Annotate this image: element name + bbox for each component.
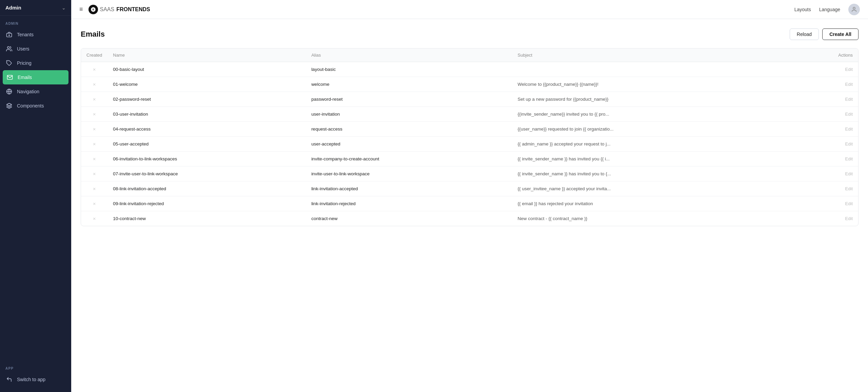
cell-alias: request-access xyxy=(306,122,512,137)
cell-action: Edit xyxy=(792,77,858,92)
emails-table: Created Name Alias Subject Actions × 00-… xyxy=(81,48,858,226)
sidebar-item-emails[interactable]: Emails xyxy=(3,70,68,84)
sidebar-header[interactable]: Admin ⌄ xyxy=(0,0,71,16)
table-row: × 06-invitation-to-link-workspaces invit… xyxy=(81,152,858,166)
cell-created: × xyxy=(81,122,107,137)
cell-subject: Welcome to {{product_name}} {{name}}! xyxy=(512,77,792,92)
cell-action: Edit xyxy=(792,62,858,77)
logo: SAASFRONTENDS xyxy=(88,5,150,14)
cell-name: 00-basic-layout xyxy=(107,62,306,77)
cell-created: × xyxy=(81,77,107,92)
reload-button[interactable]: Reload xyxy=(790,28,819,40)
edit-link[interactable]: Edit xyxy=(845,201,853,206)
cell-subject: {{ admin_name }} accepted your request t… xyxy=(512,137,792,152)
cell-name: 10-contract-new xyxy=(107,211,306,226)
cell-subject xyxy=(512,62,792,77)
page-actions: Reload Create All xyxy=(790,28,859,40)
hamburger-icon[interactable]: ≡ xyxy=(79,6,83,13)
table-row: × 08-link-invitation-accepted link-invit… xyxy=(81,181,858,196)
logo-frontends: FRONTENDS xyxy=(116,6,150,13)
page-header: Emails Reload Create All xyxy=(81,28,859,40)
cell-name: 08-link-invitation-accepted xyxy=(107,181,306,196)
edit-link[interactable]: Edit xyxy=(845,171,853,176)
cell-action: Edit xyxy=(792,107,858,122)
svg-point-8 xyxy=(853,7,855,9)
sidebar-item-switch-to-app[interactable]: Switch to app xyxy=(0,372,71,387)
sidebar-item-users[interactable]: Users xyxy=(0,42,71,56)
create-all-button[interactable]: Create All xyxy=(822,28,859,40)
cell-created: × xyxy=(81,152,107,166)
table-row: × 00-basic-layout layout-basic Edit xyxy=(81,62,858,77)
admin-section-label: ADMIN xyxy=(0,16,71,27)
sidebar-item-users-label: Users xyxy=(17,46,29,52)
logo-icon xyxy=(88,5,98,14)
sidebar-title: Admin xyxy=(5,5,21,11)
svg-point-3 xyxy=(7,46,9,48)
cell-alias: invite-company-to-create-account xyxy=(306,152,512,166)
cell-alias: invite-user-to-link-workspace xyxy=(306,166,512,181)
sidebar-item-switch-to-app-label: Switch to app xyxy=(17,377,45,382)
edit-link[interactable]: Edit xyxy=(845,216,853,221)
cell-name: 01-welcome xyxy=(107,77,306,92)
cell-alias: layout-basic xyxy=(306,62,512,77)
avatar[interactable] xyxy=(848,4,860,15)
navigation-icon xyxy=(5,88,13,95)
cell-subject: New contract - {{ contract_name }} xyxy=(512,211,792,226)
language-link[interactable]: Language xyxy=(819,7,840,12)
cell-subject: Set up a new password for {{product_name… xyxy=(512,92,792,107)
table-row: × 07-invite-user-to-link-workspace invit… xyxy=(81,166,858,181)
cell-subject: {{invite_sender_name}} invited you to {{… xyxy=(512,107,792,122)
cell-subject: {{ user_invitee_name }} accepted your in… xyxy=(512,181,792,196)
cell-created: × xyxy=(81,107,107,122)
layouts-link[interactable]: Layouts xyxy=(794,7,811,12)
col-subject: Subject xyxy=(512,48,792,62)
cell-alias: contract-new xyxy=(306,211,512,226)
edit-link[interactable]: Edit xyxy=(845,126,853,132)
cell-action: Edit xyxy=(792,211,858,226)
cell-action: Edit xyxy=(792,152,858,166)
cell-subject: {{ invite_sender_name }} has invited you… xyxy=(512,152,792,166)
cell-created: × xyxy=(81,62,107,77)
chevron-down-icon: ⌄ xyxy=(62,5,66,11)
sidebar-item-pricing[interactable]: Pricing xyxy=(0,56,71,70)
edit-link[interactable]: Edit xyxy=(845,82,853,87)
cell-alias: link-invitation-rejected xyxy=(306,196,512,211)
edit-link[interactable]: Edit xyxy=(845,67,853,72)
cell-alias: user-invitation xyxy=(306,107,512,122)
sidebar-item-components[interactable]: Components xyxy=(0,99,71,113)
page: Emails Reload Create All Created Name Al… xyxy=(71,19,868,392)
sidebar-item-emails-label: Emails xyxy=(18,75,32,80)
cell-subject: {{ email }} has rejected your invitation xyxy=(512,196,792,211)
cell-created: × xyxy=(81,211,107,226)
page-title: Emails xyxy=(81,30,105,39)
edit-link[interactable]: Edit xyxy=(845,186,853,191)
cell-subject: {{user_name}} requested to join {{ organ… xyxy=(512,122,792,137)
edit-link[interactable]: Edit xyxy=(845,97,853,102)
table-row: × 10-contract-new contract-new New contr… xyxy=(81,211,858,226)
sidebar-item-navigation-label: Navigation xyxy=(17,89,39,94)
sidebar-item-tenants[interactable]: Tenants xyxy=(0,27,71,42)
cell-created: × xyxy=(81,137,107,152)
main-content: ≡ SAASFRONTENDS Layouts Language xyxy=(71,0,868,392)
table-row: × 02-password-reset password-reset Set u… xyxy=(81,92,858,107)
cell-action: Edit xyxy=(792,196,858,211)
table-row: × 09-link-invitation-rejected link-invit… xyxy=(81,196,858,211)
switch-app-icon xyxy=(5,376,13,383)
logo-saas: SAAS xyxy=(100,6,115,13)
edit-link[interactable]: Edit xyxy=(845,112,853,117)
cell-created: × xyxy=(81,181,107,196)
sidebar-item-components-label: Components xyxy=(17,103,44,109)
cell-action: Edit xyxy=(792,166,858,181)
cell-name: 05-user-accepted xyxy=(107,137,306,152)
topnav-left: ≡ SAASFRONTENDS xyxy=(79,5,150,14)
sidebar-item-tenants-label: Tenants xyxy=(17,32,34,37)
table-body: × 00-basic-layout layout-basic Edit × 01… xyxy=(81,62,858,226)
topnav: ≡ SAASFRONTENDS Layouts Language xyxy=(71,0,868,19)
sidebar-item-navigation[interactable]: Navigation xyxy=(0,84,71,99)
table-header: Created Name Alias Subject Actions xyxy=(81,48,858,62)
cell-name: 02-password-reset xyxy=(107,92,306,107)
cell-subject: {{ invite_sender_name }} has invited you… xyxy=(512,166,792,181)
edit-link[interactable]: Edit xyxy=(845,141,853,146)
edit-link[interactable]: Edit xyxy=(845,156,853,161)
col-created: Created xyxy=(81,48,107,62)
